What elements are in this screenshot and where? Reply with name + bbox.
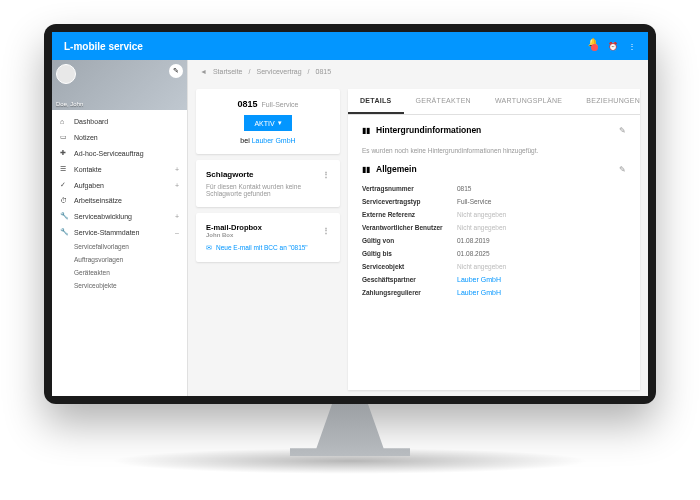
profile-name: Doe, John	[56, 101, 83, 107]
detail-panel: DETAILS GERÄTEAKTEN WARTUNGSPLÄNE BEZIEH…	[348, 89, 640, 390]
wrench-icon: 🔧	[60, 212, 68, 220]
breadcrumb: ◄ Startseite/ Servicevertrag/ 0815	[188, 60, 648, 83]
chart-icon: ▮▮	[362, 126, 370, 135]
nav-sub-serviceobjekte[interactable]: Serviceobjekte	[52, 279, 187, 292]
kv-row: ZahlungsreguliererLauber GmbH	[362, 286, 626, 299]
more-icon[interactable]: ⋮	[322, 170, 330, 179]
kv-value: Nicht angegeben	[457, 263, 506, 270]
breadcrumb-current: 0815	[316, 68, 332, 75]
nav-sub-servicefallvorlagen[interactable]: Servicefallvorlagen	[52, 240, 187, 253]
tabs: DETAILS GERÄTEAKTEN WARTUNGSPLÄNE BEZIEH…	[348, 89, 640, 115]
mail-icon: ✉	[206, 244, 212, 252]
bg-title: Hintergrundinformationen	[376, 125, 481, 135]
alarm-icon[interactable]: ⏰	[608, 42, 618, 51]
menu-icon[interactable]: ⋮	[628, 42, 636, 51]
tab-wartungsplaene[interactable]: WARTUNGSPLÄNE	[483, 89, 574, 114]
new-email-link[interactable]: ✉Neue E-mail mit BCC an "0815"	[206, 244, 330, 252]
nav-arbeit[interactable]: ⏱Arbeitseinsätze	[52, 193, 187, 208]
kv-label: Externe Referenz	[362, 211, 457, 218]
plus-icon: ✚	[60, 149, 68, 157]
contacts-icon: ☰	[60, 165, 68, 173]
monitor-frame: L-mobile service 🔔 ⏰ ⋮ Doe, John ✎ ⌂Dash…	[44, 24, 656, 404]
contract-card: 0815Full-Service AKTIV ▾ bei Lauber GmbH	[196, 89, 340, 154]
contract-id: 0815	[238, 99, 258, 109]
kv-value: 01.08.2025	[457, 250, 490, 257]
dropbox-title: E-mail-Dropbox	[206, 223, 262, 232]
nav-aufgaben[interactable]: ✓Aufgaben+	[52, 177, 187, 193]
dropbox-sub: John Box	[206, 232, 262, 238]
kv-row: ServicevertragstypFull-Service	[362, 195, 626, 208]
kv-label: Vertragsnummer	[362, 185, 457, 192]
kv-row: Vertragsnummer0815	[362, 182, 626, 195]
kv-value[interactable]: Lauber GmbH	[457, 276, 501, 283]
kv-value: Full-Service	[457, 198, 491, 205]
kv-row: Verantwortlicher BenutzerNicht angegeben	[362, 221, 626, 234]
bg-empty: Es wurden noch keine Hintergrundinformat…	[362, 143, 626, 164]
nav-dashboard[interactable]: ⌂Dashboard	[52, 114, 187, 129]
kv-label: Zahlungsregulierer	[362, 289, 457, 296]
edit-icon[interactable]: ✎	[619, 165, 626, 174]
app-screen: L-mobile service 🔔 ⏰ ⋮ Doe, John ✎ ⌂Dash…	[52, 32, 648, 396]
kv-label: Gültig von	[362, 237, 457, 244]
sidebar: Doe, John ✎ ⌂Dashboard ▭Notizen ✚Ad-hoc-…	[52, 60, 188, 396]
tab-details[interactable]: DETAILS	[348, 89, 404, 114]
home-icon: ⌂	[60, 118, 68, 125]
kv-row: GeschäftspartnerLauber GmbH	[362, 273, 626, 286]
company-link[interactable]: Lauber GmbH	[252, 137, 296, 144]
kv-label: Servicevertragstyp	[362, 198, 457, 205]
kv-label: Serviceobjekt	[362, 263, 457, 270]
clock-icon: ⏱	[60, 197, 68, 204]
status-button[interactable]: AKTIV ▾	[244, 115, 291, 131]
tags-card: Schlagworte⋮ Für diesen Kontakt wurden k…	[196, 160, 340, 207]
kv-label: Geschäftspartner	[362, 276, 457, 283]
monitor-stand	[290, 404, 410, 456]
kv-row: Gültig von01.08.2019	[362, 234, 626, 247]
kv-label: Verantwortlicher Benutzer	[362, 224, 457, 231]
nav-adhoc[interactable]: ✚Ad-hoc-Serviceauftrag	[52, 145, 187, 161]
tab-beziehungen[interactable]: BEZIEHUNGEN	[574, 89, 640, 114]
tags-empty: Für diesen Kontakt wurden keine Schlagwo…	[206, 183, 330, 197]
general-title: Allgemein	[376, 164, 417, 174]
nav-sub-auftragsvorlagen[interactable]: Auftragsvorlagen	[52, 253, 187, 266]
kv-value[interactable]: Lauber GmbH	[457, 289, 501, 296]
tags-title: Schlagworte	[206, 170, 254, 179]
kv-label: Gültig bis	[362, 250, 457, 257]
edit-icon[interactable]: ✎	[619, 126, 626, 135]
more-icon[interactable]: ⋮	[322, 226, 330, 235]
breadcrumb-home[interactable]: Startseite	[213, 68, 243, 75]
kv-value: Nicht angegeben	[457, 224, 506, 231]
chart-icon: ▮▮	[362, 165, 370, 174]
nav-kontakte[interactable]: ☰Kontakte+	[52, 161, 187, 177]
contract-type: Full-Service	[262, 101, 299, 108]
wrench-icon: 🔧	[60, 228, 68, 236]
tasks-icon: ✓	[60, 181, 68, 189]
profile-card[interactable]: Doe, John ✎	[52, 60, 187, 110]
note-icon: ▭	[60, 133, 68, 141]
nav-stammdaten[interactable]: 🔧Service-Stammdaten–	[52, 224, 187, 240]
notification-badge	[591, 44, 598, 51]
expand-icon[interactable]: +	[175, 166, 179, 173]
topbar: L-mobile service 🔔 ⏰ ⋮	[52, 32, 648, 60]
nav: ⌂Dashboard ▭Notizen ✚Ad-hoc-Serviceauftr…	[52, 110, 187, 296]
edit-profile-icon[interactable]: ✎	[169, 64, 183, 78]
dropbox-card: E-mail-DropboxJohn Box⋮ ✉Neue E-mail mit…	[196, 213, 340, 262]
nav-serviceabwicklung[interactable]: 🔧Serviceabwicklung+	[52, 208, 187, 224]
notification-icon[interactable]: 🔔	[588, 38, 598, 54]
nav-sub-geraeteakten[interactable]: Geräteakten	[52, 266, 187, 279]
kv-row: Gültig bis01.08.2025	[362, 247, 626, 260]
breadcrumb-back-icon[interactable]: ◄	[200, 68, 207, 75]
breadcrumb-section[interactable]: Servicevertrag	[256, 68, 301, 75]
app-title: L-mobile service	[64, 41, 143, 52]
avatar	[56, 64, 76, 84]
tab-geraeteakten[interactable]: GERÄTEAKTEN	[404, 89, 483, 114]
kv-value: Nicht angegeben	[457, 211, 506, 218]
kv-value: 01.08.2019	[457, 237, 490, 244]
expand-icon[interactable]: +	[175, 213, 179, 220]
nav-notizen[interactable]: ▭Notizen	[52, 129, 187, 145]
expand-icon[interactable]: +	[175, 182, 179, 189]
collapse-icon[interactable]: –	[175, 229, 179, 236]
kv-value: 0815	[457, 185, 471, 192]
kv-row: ServiceobjektNicht angegeben	[362, 260, 626, 273]
kv-row: Externe ReferenzNicht angegeben	[362, 208, 626, 221]
